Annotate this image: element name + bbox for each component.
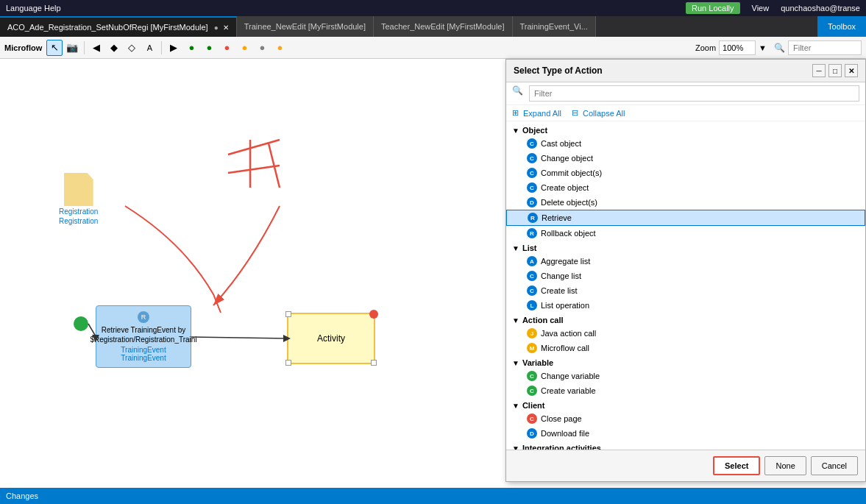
tab-1-x[interactable]: ✕: [223, 24, 229, 32]
variable-arrow: ▼: [512, 359, 519, 367]
change-variable-icon: C: [527, 371, 537, 381]
tool-8[interactable]: ●: [183, 40, 199, 56]
retrieve-label: Retrieve TrainingEvent by $Registration/…: [90, 325, 196, 344]
collapse-all-btn[interactable]: Collapse All: [583, 109, 625, 118]
toolbar: Microflow ↖ 📷 ◀ ◆ ◇ A ▶ ● ● ● ● ● ● Zoom…: [0, 37, 866, 59]
aggregate-list-label: Aggregate list: [541, 257, 590, 266]
tool-12[interactable]: ●: [254, 40, 270, 56]
item-rollback-object[interactable]: R Rollback object: [506, 226, 865, 241]
item-change-object[interactable]: C Change object: [506, 151, 865, 166]
activity-red-dot: [369, 310, 378, 319]
item-microflow-call[interactable]: M Microflow call: [506, 341, 865, 355]
create-object-icon: C: [527, 182, 537, 193]
registration-shape[interactable]: Registration Registration: [59, 173, 98, 225]
toolbox-tab[interactable]: Toolbox: [817, 16, 866, 37]
item-download-file[interactable]: D Download file: [506, 426, 865, 441]
canvas-filter-input[interactable]: [788, 40, 862, 55]
group-integration: ▼ Integration activities C Call REST ser…: [506, 442, 865, 450]
list-operation-icon: L: [527, 300, 537, 310]
tool-10[interactable]: ●: [219, 40, 235, 56]
group-action-header[interactable]: ▼ Action call: [506, 314, 865, 326]
tool-13[interactable]: ●: [271, 40, 288, 56]
commit-objects-label: Commit object(s): [541, 168, 602, 177]
tool-3[interactable]: ◀: [88, 40, 104, 56]
delete-objects-icon: D: [527, 197, 537, 207]
group-object-header[interactable]: ▼ Object: [506, 124, 865, 136]
select-type-dialog: Select Type of Action ─ □ ✕ 🔍 ⊞ Expand A…: [505, 59, 866, 482]
download-file-icon: D: [527, 428, 537, 439]
retrieve-activity[interactable]: R Retrieve TrainingEvent by $Registratio…: [96, 305, 191, 368]
view-btn[interactable]: View: [746, 2, 776, 14]
item-java-action-call[interactable]: J Java action call: [506, 326, 865, 341]
start-event[interactable]: [74, 316, 88, 331]
tab-1-close[interactable]: ●: [214, 24, 219, 32]
registration-label: Registration: [59, 207, 98, 216]
item-create-variable[interactable]: C Create variable: [506, 383, 865, 398]
change-list-icon: C: [527, 271, 537, 281]
tool-9[interactable]: ●: [201, 40, 217, 56]
corner-bl: [285, 360, 291, 366]
cast-object-label: Cast object: [541, 139, 581, 148]
tool-5[interactable]: ◇: [124, 40, 140, 56]
item-create-object[interactable]: C Create object: [506, 180, 865, 195]
activity-box[interactable]: Activity: [287, 313, 375, 364]
item-change-list[interactable]: C Change list: [506, 269, 865, 283]
group-client-header[interactable]: ▼ Client: [506, 400, 865, 411]
tab-3[interactable]: Teacher_NewEdit [MyFirstModule]: [374, 16, 513, 37]
expand-all-btn[interactable]: Expand All: [523, 109, 561, 118]
close-page-icon: C: [527, 414, 537, 424]
group-variable-header[interactable]: ▼ Variable: [506, 357, 865, 369]
tool-11[interactable]: ●: [236, 40, 252, 56]
tool-4[interactable]: ◆: [106, 40, 122, 56]
filter-area: 🔍: [774, 40, 862, 55]
item-retrieve[interactable]: R Retrieve: [506, 210, 865, 226]
item-delete-objects[interactable]: D Delete object(s): [506, 195, 865, 210]
activity-label: Activity: [317, 333, 345, 344]
retrieve-icon: R: [528, 213, 538, 223]
zoom-dropdown[interactable]: ▼: [759, 43, 767, 52]
status-text: Changes: [6, 491, 38, 500]
none-button[interactable]: None: [764, 456, 806, 475]
tool-7[interactable]: ▶: [166, 40, 182, 56]
item-create-list[interactable]: C Create list: [506, 283, 865, 298]
group-list-header[interactable]: ▼ List: [506, 242, 865, 254]
dialog-maximize-btn[interactable]: □: [828, 64, 842, 77]
title-bar: Language Help Run Locally View qunchaosh…: [0, 0, 866, 16]
run-btn[interactable]: Run Locally: [686, 2, 739, 14]
tab-4[interactable]: TrainingEvent_Vi...: [513, 16, 596, 37]
item-cast-object[interactable]: C Cast object: [506, 136, 865, 151]
delete-objects-label: Delete object(s): [541, 198, 597, 207]
aggregate-list-icon: A: [527, 256, 537, 266]
registration-icon: [64, 173, 93, 206]
integration-arrow: ▼: [512, 444, 519, 450]
item-commit-objects[interactable]: C Commit object(s): [506, 166, 865, 180]
camera-tool[interactable]: 📷: [64, 40, 80, 56]
tool-6[interactable]: A: [141, 40, 157, 56]
tab-1[interactable]: ACO_Ade_Registration_SetNubOfRegi [MyFir…: [0, 16, 237, 37]
item-change-variable[interactable]: C Change variable: [506, 369, 865, 383]
pointer-tool[interactable]: ↖: [46, 40, 63, 56]
dialog-footer: Select None Cancel: [506, 450, 865, 481]
action-arrow: ▼: [512, 316, 519, 324]
group-action-call: ▼ Action call J Java action call M Micro…: [506, 314, 865, 355]
create-list-label: Create list: [541, 286, 578, 295]
tab-2[interactable]: Trainee_NewEdit [MyFirstModule]: [237, 16, 374, 37]
dialog-close-btn[interactable]: ✕: [845, 64, 858, 77]
dialog-filter-input[interactable]: [529, 85, 859, 102]
rollback-icon: R: [527, 228, 537, 238]
change-object-label: Change object: [541, 154, 593, 163]
zoom-input[interactable]: [719, 40, 756, 55]
registration-sublabel: Registration: [59, 217, 98, 225]
change-object-icon: C: [527, 153, 537, 163]
item-aggregate-list[interactable]: A Aggregate list: [506, 254, 865, 269]
group-integration-header[interactable]: ▼ Integration activities: [506, 442, 865, 450]
item-close-page[interactable]: C Close page: [506, 411, 865, 426]
cancel-button[interactable]: Cancel: [811, 456, 858, 475]
close-page-label: Close page: [541, 414, 582, 423]
select-button[interactable]: Select: [713, 456, 760, 475]
client-arrow: ▼: [512, 402, 519, 410]
change-list-label: Change list: [541, 271, 581, 280]
item-list-operation[interactable]: L List operation: [506, 298, 865, 313]
create-variable-icon: C: [527, 386, 537, 396]
dialog-minimize-btn[interactable]: ─: [812, 64, 826, 77]
